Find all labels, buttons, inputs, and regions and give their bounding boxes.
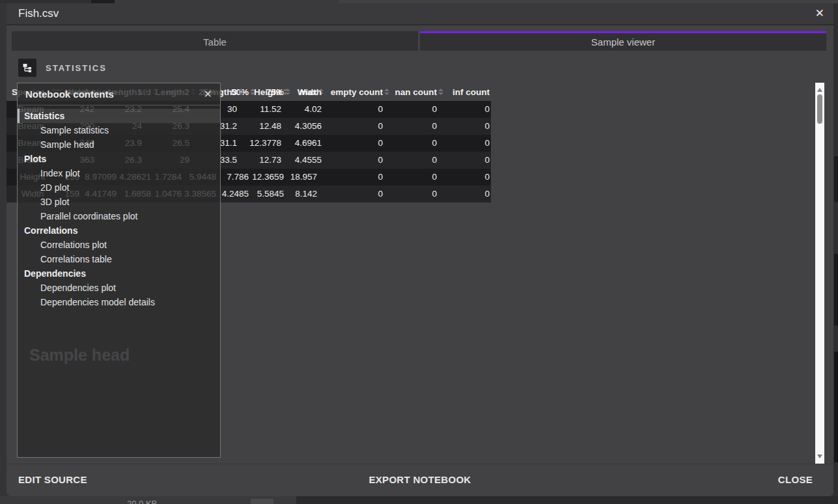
table-cell: 18.957 (285, 169, 318, 186)
table-cell: 4.3056 (283, 118, 323, 135)
table-cell: 11.52 (238, 101, 283, 118)
tab-table[interactable]: Table (12, 31, 418, 51)
column-label: empty count (331, 87, 383, 97)
table-cell: 0 (318, 101, 384, 118)
table-cell: 5.5845 (250, 186, 285, 203)
export-notebook-button[interactable]: EXPORT NOTEBOOK (369, 464, 471, 496)
panel-item-dependencies[interactable]: Dependencies (18, 266, 220, 281)
background-app-right-block (834, 352, 838, 462)
panel-item-statistics[interactable]: Statistics (18, 109, 220, 123)
panel-item-correlations-plot[interactable]: Correlations plot (18, 238, 220, 252)
dialog-footer: EDIT SOURCE EXPORT NOTEBOOK CLOSE (7, 464, 833, 496)
table-cell: 8.142 (285, 186, 318, 203)
table-cell: 0 (438, 186, 491, 203)
sort-icon[interactable] (283, 89, 288, 95)
background-app-right-block (834, 156, 838, 202)
column-header[interactable]: nan count (384, 83, 438, 101)
panel-item-correlations[interactable]: Correlations (18, 223, 220, 238)
edit-source-button[interactable]: EDIT SOURCE (18, 464, 87, 496)
table-cell: 0 (384, 186, 438, 203)
file-viewer-dialog: Fish.csv ✕ Table Sample viewer STATISTIC… (7, 3, 833, 496)
tree-structure-icon[interactable] (18, 59, 36, 77)
sample-viewer-content: Statistics Sample statistics Sample head… (7, 83, 833, 464)
panel-header: Notebook contents ✕ (18, 83, 220, 105)
table-cell: 0 (384, 152, 438, 169)
panel-item-3d-plot[interactable]: 3D plot (18, 195, 220, 209)
scrollbar-down-arrow-icon[interactable] (817, 455, 822, 458)
column-header[interactable]: empty count (318, 83, 384, 101)
notebook-contents-panel: Notebook contents ✕ StatisticsSample sta… (17, 83, 221, 458)
column-label: nan count (395, 87, 438, 97)
table-cell: 4.2485 (217, 186, 250, 203)
table-cell: 0 (318, 169, 384, 186)
vertical-scrollbar[interactable] (815, 83, 824, 464)
panel-item-index-plot[interactable]: Index plot (18, 166, 220, 180)
scrollbar-thumb[interactable] (817, 94, 822, 124)
background-app-right-block (834, 254, 838, 326)
table-cell: 12.73 (238, 152, 283, 169)
tab-sample-viewer[interactable]: Sample viewer (420, 31, 826, 51)
panel-item-2d-plot[interactable]: 2D plot (18, 180, 220, 195)
file-size-label: 20.0 KB (127, 499, 157, 504)
panel-item-dependencies-model-details[interactable]: Dependencies model details (18, 295, 220, 309)
table-cell: 0 (384, 118, 438, 135)
background-app-divider (251, 499, 273, 504)
sort-icon[interactable] (238, 89, 244, 95)
table-cell: 0 (318, 118, 384, 135)
table-cell: 0 (438, 152, 491, 169)
column-header[interactable]: Width (283, 83, 323, 101)
panel-item-list: StatisticsSample statisticsSample headPl… (18, 105, 220, 309)
table-cell: 0 (438, 118, 491, 135)
table-cell: 0 (384, 169, 438, 186)
section-label: STATISTICS (46, 63, 107, 73)
column-label: Height (254, 87, 281, 97)
column-label: inf count (453, 87, 490, 97)
panel-item-parallel-coordinates-plot[interactable]: Parallel coordinates plot (18, 209, 220, 223)
table-cell: 0 (384, 135, 438, 152)
panel-item-dependencies-plot[interactable]: Dependencies plot (18, 281, 220, 295)
dialog-title: Fish.csv (18, 3, 59, 24)
column-header[interactable]: Height (238, 83, 283, 101)
tab-bar: Table Sample viewer (12, 31, 826, 51)
table-cell: 4.6961 (283, 135, 323, 152)
table-cell: 0 (318, 186, 384, 203)
table-cell: 12.3659 (250, 169, 285, 186)
table-cell: 0 (438, 101, 491, 118)
table-cell: 0 (438, 135, 491, 152)
panel-title: Notebook contents (25, 83, 114, 105)
table-cell: 12.3778 (238, 135, 283, 152)
close-icon[interactable]: ✕ (815, 3, 824, 24)
table-cell: 4.4555 (283, 152, 323, 169)
close-button[interactable]: CLOSE (778, 464, 813, 496)
panel-item-sample-statistics[interactable]: Sample statistics (18, 123, 220, 137)
table-cell: 12.48 (238, 118, 283, 135)
table-cell: 0 (318, 152, 384, 169)
table-cell: 0 (318, 135, 384, 152)
sort-icon[interactable] (438, 89, 443, 95)
panel-item-plots[interactable]: Plots (18, 152, 220, 166)
sort-icon[interactable] (384, 89, 389, 95)
panel-item-correlations-table[interactable]: Correlations table (18, 252, 220, 266)
dialog-titlebar: Fish.csv ✕ (7, 3, 833, 25)
scrollbar-up-arrow-icon[interactable] (817, 88, 822, 92)
column-header[interactable]: inf count (438, 83, 491, 101)
table-cell: 7.786 (217, 169, 250, 186)
close-icon[interactable]: ✕ (204, 83, 212, 105)
section-toolbar: STATISTICS (18, 59, 107, 77)
table-cell: 4.02 (283, 101, 323, 118)
column-label: Width (298, 87, 322, 97)
background-app-statusbar-right (296, 496, 838, 504)
table-cell: 0 (384, 101, 438, 118)
panel-item-sample-head[interactable]: Sample head (18, 137, 220, 152)
table-cell: 0 (438, 169, 491, 186)
